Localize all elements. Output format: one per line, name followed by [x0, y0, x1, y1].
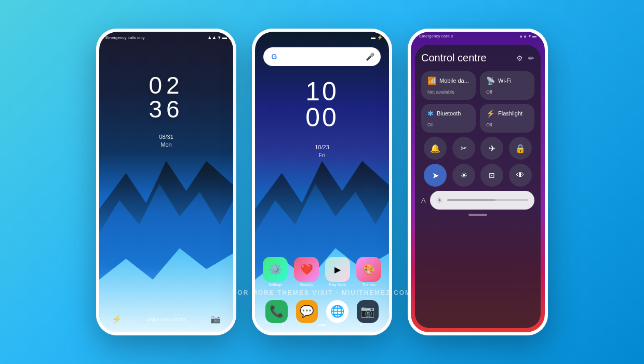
app-row-1: ⚙️ Settings ❤️ Security ▶ Play Store 🎨 T…	[263, 257, 381, 287]
brightness-fill	[447, 199, 496, 201]
ctrl-tile-wifi[interactable]: 📡 Wi-Fi Off	[480, 71, 534, 100]
camera-icon[interactable]: 📷	[210, 314, 221, 324]
flashlight-header: ⚡ Flashlight	[486, 109, 528, 118]
lock-hours: 02	[99, 73, 233, 97]
home-status-bar: ▬ ⚡	[255, 32, 389, 43]
bluetooth-icon: ✱	[427, 109, 434, 118]
status-bar: Emergency calls only ▲▲ ▾ ▬	[99, 32, 233, 43]
mobile-data-header: 📶 Mobile da...	[427, 76, 469, 85]
search-spacer	[283, 57, 361, 57]
brightness-slider[interactable]: ☀	[430, 191, 534, 210]
watermark: FOR MORE THEMES VISIT - MIUITHEMEZ.COM	[233, 289, 411, 296]
mobile-data-sub: Not available	[427, 89, 469, 95]
ctrl-icon-row-1: 🔔 ✂ ✈ 🔒	[421, 137, 534, 160]
ctrl-header-icons: ⚙ ✏	[516, 54, 534, 62]
ctrl-tile-flashlight[interactable]: ⚡ Flashlight Off	[480, 104, 534, 133]
brightness-row: A ☀	[421, 191, 534, 210]
home-date-value: 10/23	[255, 144, 389, 151]
brightness-text-label: A	[421, 197, 426, 204]
settings-label: Settings	[269, 283, 281, 287]
flashlight-name: Flashlight	[498, 110, 522, 116]
bluetooth-header: ✱ Bluetooth	[427, 109, 469, 118]
home-hours: 10	[255, 79, 389, 105]
lockscreen-background: Emergency calls only ▲▲ ▾ ▬ 02 36 08/31 …	[99, 32, 233, 332]
lock-time: 02 36	[99, 73, 233, 121]
themes-icon[interactable]: 🎨	[356, 257, 381, 282]
phone-1-lockscreen: Emergency calls only ▲▲ ▾ ▬ 02 36 08/31 …	[96, 29, 236, 335]
home-charging-icon: ⚡	[377, 35, 383, 40]
homescreen-background: ▬ ⚡ G 🎤 10 00 10/23 Fri	[255, 32, 389, 332]
ctrl-battery: ▬	[532, 34, 536, 38]
google-logo: G	[270, 52, 279, 61]
nav-home[interactable]	[318, 324, 326, 326]
ctrl-tile-row-1: 📶 Mobile da... Not available 📡 Wi-Fi Off	[421, 71, 534, 100]
app-settings[interactable]: ⚙️ Settings	[263, 257, 288, 287]
ctrl-screen-record[interactable]: ⊡	[480, 164, 503, 187]
battery-icon: ▬	[222, 35, 227, 40]
settings-icon[interactable]: ⚙️	[263, 257, 288, 282]
ctrl-tile-mobile-data[interactable]: 📶 Mobile da... Not available	[421, 71, 476, 100]
settings-header-icon[interactable]: ⚙	[516, 54, 523, 62]
nav-recents[interactable]	[360, 324, 362, 326]
lock-day: Mon	[99, 141, 233, 149]
security-label: Security	[300, 283, 313, 287]
ctrl-status-icons: ▲▲ ▾ ▬	[519, 34, 536, 38]
themes-label: Themes	[362, 283, 375, 287]
control-header: Control centre ⚙ ✏	[421, 52, 534, 64]
ctrl-airplane[interactable]: ✈	[480, 137, 503, 160]
signal-icon: ▲▲	[207, 35, 217, 40]
lock-date-value: 08/31	[99, 133, 233, 141]
ctrl-signal: ▲▲	[519, 34, 527, 38]
search-bar[interactable]: G 🎤	[263, 47, 381, 66]
lock-minutes: 36	[99, 97, 233, 121]
control-title: Control centre	[421, 52, 487, 64]
home-status-icons: ▬ ⚡	[371, 35, 383, 40]
app-security[interactable]: ❤️ Security	[294, 257, 319, 287]
ctrl-tile-row-2: ✱ Bluetooth Off ⚡ Flashlight Off	[421, 104, 534, 133]
ctrl-location[interactable]: ➤	[424, 164, 447, 187]
flashlight-tile-icon: ⚡	[486, 109, 495, 118]
wifi-icon: ▾	[218, 35, 221, 40]
app-grid: ⚙️ Settings ❤️ Security ▶ Play Store 🎨 T…	[255, 257, 389, 291]
flashlight-icon[interactable]: ⚡	[112, 314, 122, 324]
home-battery-icon: ▬	[371, 35, 375, 40]
ctrl-eye[interactable]: 👁	[509, 164, 532, 187]
app-themes[interactable]: 🎨 Themes	[356, 257, 381, 287]
lock-bottom-bar: ⚡ Swipe up to unlock 📷	[99, 314, 233, 324]
wifi-tile-icon: 📡	[486, 76, 495, 85]
mic-icon[interactable]: 🎤	[366, 53, 374, 61]
brightness-track	[447, 199, 528, 201]
brightness-sun-icon: ☀	[436, 196, 443, 204]
ctrl-wifi: ▾	[529, 34, 531, 38]
bluetooth-sub: Off	[427, 122, 469, 127]
status-icons: ▲▲ ▾ ▬	[207, 35, 227, 40]
app-playstore[interactable]: ▶ Play Store	[325, 257, 350, 287]
playstore-icon[interactable]: ▶	[325, 257, 350, 282]
lock-date: 08/31 Mon	[99, 133, 233, 149]
ctrl-icon-row-2: ➤ ☀ ⊡ 👁	[421, 164, 534, 187]
playstore-label: Play Store	[329, 283, 346, 287]
mobile-data-name: Mobile da...	[439, 77, 469, 84]
security-icon[interactable]: ❤️	[294, 257, 319, 282]
control-handle	[468, 214, 487, 216]
nav-back[interactable]	[282, 324, 284, 326]
edit-header-icon[interactable]: ✏	[528, 54, 534, 62]
ctrl-status-bar: Emergency calls o ▲▲ ▾ ▬	[411, 32, 545, 41]
mobile-data-icon: 📶	[427, 76, 436, 85]
ctrl-screenshot[interactable]: ✂	[452, 137, 475, 160]
wifi-sub: Off	[486, 89, 528, 95]
ctrl-auto-rotate[interactable]: ☀	[452, 164, 475, 187]
ctrl-tile-bluetooth[interactable]: ✱ Bluetooth Off	[421, 104, 476, 133]
nav-bar	[255, 318, 389, 332]
swipe-text: Swipe up to unlock	[146, 317, 186, 322]
phone-3-control: Emergency calls o ▲▲ ▾ ▬ Control centre …	[408, 29, 548, 335]
carrier-text: Emergency calls only	[105, 35, 145, 40]
ctrl-bell[interactable]: 🔔	[424, 137, 447, 160]
wifi-header: 📡 Wi-Fi	[486, 76, 528, 85]
control-background: Emergency calls o ▲▲ ▾ ▬ Control centre …	[411, 32, 545, 332]
home-minutes: 00	[255, 105, 389, 131]
home-time: 10 00	[255, 79, 389, 131]
home-day: Fri	[255, 151, 389, 159]
flashlight-sub: Off	[486, 122, 528, 127]
ctrl-lock[interactable]: 🔒	[509, 137, 532, 160]
